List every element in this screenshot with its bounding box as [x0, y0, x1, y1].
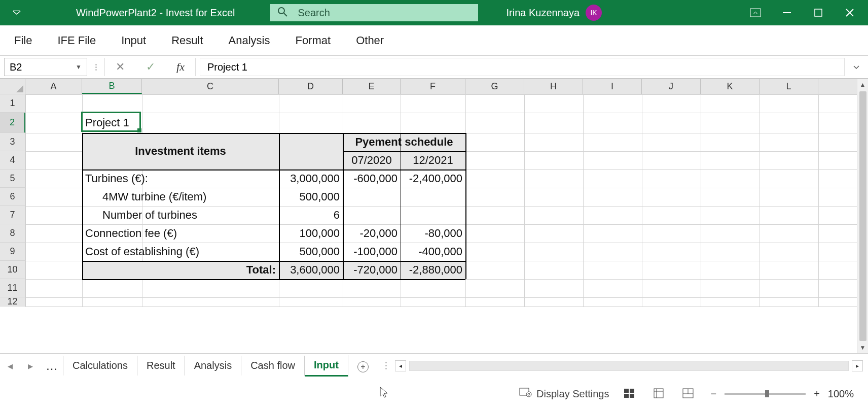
scroll-thumb[interactable]	[410, 361, 848, 370]
maximize-icon[interactable]	[813, 7, 824, 18]
column-header[interactable]: H	[524, 79, 583, 94]
row-header[interactable]: 3	[0, 133, 25, 151]
minimize-icon[interactable]	[781, 7, 792, 18]
row-header[interactable]: 1	[0, 94, 25, 113]
grip-icon[interactable]	[91, 64, 100, 71]
svg-rect-13	[624, 394, 629, 398]
cell-B2[interactable]: Project 1	[82, 113, 142, 133]
cell-E10[interactable]: -720,000	[343, 261, 401, 279]
horizontal-scrollbar[interactable]: ◂ ▸	[395, 360, 868, 371]
cell-D5[interactable]: 3,000,000	[279, 169, 343, 188]
column-header[interactable]: G	[465, 79, 524, 94]
cell-E3[interactable]: Pyement schedule	[343, 133, 465, 151]
sheet-tab-calculations[interactable]: Calculations	[63, 356, 137, 375]
formula-input[interactable]: Project 1	[200, 58, 845, 76]
scroll-right-icon[interactable]: ▸	[852, 360, 863, 371]
row-header[interactable]: 4	[0, 151, 25, 169]
page-layout-view-icon[interactable]	[653, 388, 667, 400]
cell-F4[interactable]: 12/2021	[401, 151, 465, 169]
row-header[interactable]: 9	[0, 243, 25, 261]
cell-D10[interactable]: 3,600,000	[279, 261, 343, 279]
cell-E4[interactable]: 07/2020	[343, 151, 401, 169]
sheet-tab-result[interactable]: Result	[137, 356, 185, 375]
qat-dropdown[interactable]	[0, 7, 33, 18]
tab-nav-right-icon[interactable]: ▸	[28, 360, 33, 372]
cell-B6[interactable]: 4MW turbine (€/item)	[82, 188, 279, 206]
ribbon-tab-format[interactable]: Format	[295, 34, 331, 47]
cell-D7[interactable]: 6	[279, 206, 343, 224]
cell-E5[interactable]: -600,000	[343, 169, 401, 188]
ribbon-tab-file[interactable]: File	[14, 34, 32, 47]
cell-D6[interactable]: 500,000	[279, 188, 343, 206]
cell-F5[interactable]: -2,400,000	[401, 169, 465, 188]
name-box[interactable]: B2 ▼	[4, 58, 87, 76]
ribbon-tab-other[interactable]: Other	[356, 34, 384, 47]
row-header[interactable]: 7	[0, 206, 25, 224]
row-header[interactable]: 6	[0, 188, 25, 206]
cells-grid[interactable]: Project 1Investment itemsPyement schedul…	[25, 94, 857, 306]
confirm-icon[interactable]: ✓	[146, 60, 155, 74]
select-all-button[interactable]	[0, 79, 25, 94]
column-header[interactable]: J	[642, 79, 701, 94]
close-icon[interactable]	[844, 7, 855, 18]
cell-E9[interactable]: -100,000	[343, 243, 401, 261]
scroll-down-icon[interactable]: ▼	[860, 344, 866, 351]
row-header[interactable]: 2	[0, 113, 25, 133]
column-header[interactable]: I	[583, 79, 642, 94]
zoom-level[interactable]: 100%	[828, 388, 854, 400]
row-header[interactable]: 12	[0, 297, 25, 306]
cell-B3[interactable]: Investment items	[82, 133, 279, 169]
cancel-icon[interactable]: ✕	[116, 60, 125, 74]
fx-icon[interactable]: fx	[176, 60, 185, 74]
cell-E8[interactable]: -20,000	[343, 224, 401, 243]
cell-B9[interactable]: Cost of establishing (€)	[82, 243, 279, 261]
column-header[interactable]: L	[760, 79, 818, 94]
row-header[interactable]: 11	[0, 279, 25, 297]
cell-F10[interactable]: -2,880,000	[401, 261, 465, 279]
scroll-up-icon[interactable]: ▲	[860, 81, 866, 88]
cell-B5[interactable]: Turbines (€):	[82, 169, 279, 188]
zoom-slider[interactable]	[725, 393, 806, 395]
cell-F8[interactable]: -80,000	[401, 224, 465, 243]
expand-formula-icon[interactable]	[849, 63, 864, 71]
grip-icon[interactable]	[383, 362, 390, 369]
column-header[interactable]: A	[25, 79, 82, 94]
cell-D9[interactable]: 500,000	[279, 243, 343, 261]
column-header[interactable]: C	[142, 79, 279, 94]
normal-view-icon[interactable]	[623, 388, 637, 400]
cell-C10[interactable]: Total:	[142, 261, 279, 279]
ribbon-tab-analysis[interactable]: Analysis	[229, 34, 270, 47]
sheet-tab-input[interactable]: Input	[305, 355, 348, 377]
column-header[interactable]: E	[343, 79, 401, 94]
chevron-down-icon[interactable]: ▼	[76, 63, 82, 71]
row-header[interactable]: 10	[0, 261, 25, 279]
column-header[interactable]: K	[701, 79, 760, 94]
cell-B7[interactable]: Number of turbines	[82, 206, 279, 224]
cell-B8[interactable]: Connection fee (€)	[82, 224, 279, 243]
cell-D8[interactable]: 100,000	[279, 224, 343, 243]
cell-F9[interactable]: -400,000	[401, 243, 465, 261]
tab-overflow-icon[interactable]: …	[41, 359, 63, 373]
ribbon-tab-result[interactable]: Result	[171, 34, 203, 47]
column-header[interactable]: D	[279, 79, 343, 94]
scroll-thumb[interactable]	[859, 91, 866, 341]
new-sheet-button[interactable]: +	[348, 359, 378, 372]
zoom-out-button[interactable]: −	[710, 388, 716, 400]
column-header[interactable]: B	[82, 79, 142, 94]
sheet-tab-analysis[interactable]: Analysis	[185, 356, 241, 375]
ribbon-tab-ifefile[interactable]: IFE File	[57, 34, 96, 47]
scroll-left-icon[interactable]: ◂	[395, 360, 406, 371]
page-break-view-icon[interactable]	[682, 388, 696, 400]
row-header[interactable]: 5	[0, 169, 25, 188]
column-header[interactable]: F	[401, 79, 465, 94]
search-box[interactable]: Search	[270, 4, 478, 21]
vertical-scrollbar[interactable]: ▲ ▼	[857, 79, 868, 353]
display-settings-button[interactable]: Display Settings	[519, 388, 609, 400]
user-area[interactable]: Irina Kuzennaya IK	[506, 5, 602, 21]
ribbon-display-options-icon[interactable]	[750, 7, 761, 18]
tab-nav-left-icon[interactable]: ◂	[8, 360, 13, 372]
ribbon-tab-input[interactable]: Input	[121, 34, 146, 47]
sheet-tab-cashflow[interactable]: Cash flow	[241, 356, 305, 375]
zoom-in-button[interactable]: +	[814, 388, 820, 400]
row-header[interactable]: 8	[0, 224, 25, 243]
